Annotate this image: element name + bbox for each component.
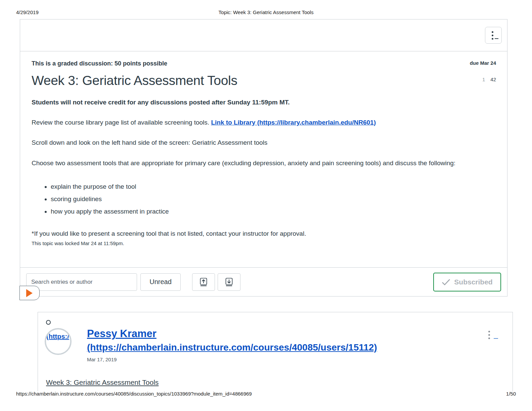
- topic-content: This is a graded discussion: 50 points p…: [20, 51, 507, 246]
- check-icon: [442, 279, 450, 285]
- list-item: how you apply the assessment in practice: [51, 208, 496, 215]
- discussion-topic-panel: This is a graded discussion: 50 points p…: [20, 19, 507, 296]
- expand-replies-button[interactable]: [218, 273, 240, 291]
- topic-header-bar: [20, 19, 507, 51]
- avatar-profile-link[interactable]: (https:/: [46, 333, 70, 340]
- expand-arrow-down-icon: [224, 277, 234, 287]
- entry-header: Pessy Kramer (https://chamberlain.instru…: [87, 328, 377, 362]
- avatar[interactable]: (https:/: [45, 328, 72, 355]
- review-text: Review the course library page list of a…: [32, 119, 211, 126]
- locked-note: This topic was locked Mar 24 at 11:59pm.: [32, 240, 496, 246]
- unread-indicator-icon[interactable]: [46, 320, 51, 325]
- minimize-dash-icon: [495, 38, 498, 39]
- discussion-toolbar: Unread Subscribed: [20, 267, 507, 296]
- print-footer-url: https://chamberlain.instructure.com/cour…: [16, 391, 252, 397]
- collapse-replies-button[interactable]: [192, 273, 215, 291]
- play-icon: [26, 289, 33, 297]
- play-tab-button[interactable]: [19, 286, 40, 300]
- total-count: 42: [490, 77, 496, 82]
- choose-instruction-text: Choose two assessment tools that are app…: [32, 157, 496, 169]
- kebab-menu-icon: [492, 31, 493, 40]
- requirements-list: explain the purpose of the tool scoring …: [32, 183, 496, 215]
- review-instruction-text: Review the course library page list of a…: [32, 117, 496, 128]
- library-url-link[interactable]: (https://library.chamberlain.edu/NR601): [255, 119, 376, 126]
- print-page-title: Topic: Week 3: Geriatric Assessment Tool…: [0, 9, 532, 15]
- due-date: due Mar 24: [470, 60, 496, 67]
- list-item: scoring guidelines: [51, 195, 496, 203]
- approval-note: *If you would like to present a screenin…: [32, 230, 496, 237]
- discussion-entry-card: (https:/ Pessy Kramer (https://chamberla…: [38, 312, 513, 391]
- library-link[interactable]: Link to Library: [211, 119, 255, 126]
- minimize-dash-icon: [494, 338, 498, 339]
- subscribed-label: Subscribed: [454, 278, 492, 286]
- unread-count: 1: [482, 77, 485, 82]
- search-input[interactable]: [26, 273, 137, 291]
- author-profile-url-link[interactable]: (https://chamberlain.instructure.com/cou…: [87, 342, 377, 353]
- graded-discussion-note: This is a graded discussion: 50 points p…: [32, 60, 167, 67]
- list-item: explain the purpose of the tool: [51, 183, 496, 190]
- credit-warning-text: Students will not receive credit for any…: [32, 97, 496, 108]
- subscribed-button[interactable]: Subscribed: [433, 273, 501, 291]
- reply-counts: 142: [482, 77, 496, 82]
- entry-date: Mar 17, 2019: [87, 357, 377, 362]
- unread-filter-button[interactable]: Unread: [140, 273, 181, 291]
- author-name-link[interactable]: Pessy Kramer: [87, 328, 377, 340]
- entry-options-button[interactable]: [488, 331, 492, 339]
- entry-title-link[interactable]: Week 3: Geriatric Assessment Tools: [46, 378, 159, 386]
- topic-options-button[interactable]: [485, 27, 502, 44]
- kebab-menu-icon: [488, 331, 490, 339]
- print-footer-page-number: 1/50: [506, 391, 516, 397]
- page-title: Week 3: Geriatric Assessment Tools: [32, 73, 237, 88]
- scroll-instruction-text: Scroll down and look on the left hand si…: [32, 137, 496, 148]
- collapse-arrow-up-icon: [199, 277, 208, 287]
